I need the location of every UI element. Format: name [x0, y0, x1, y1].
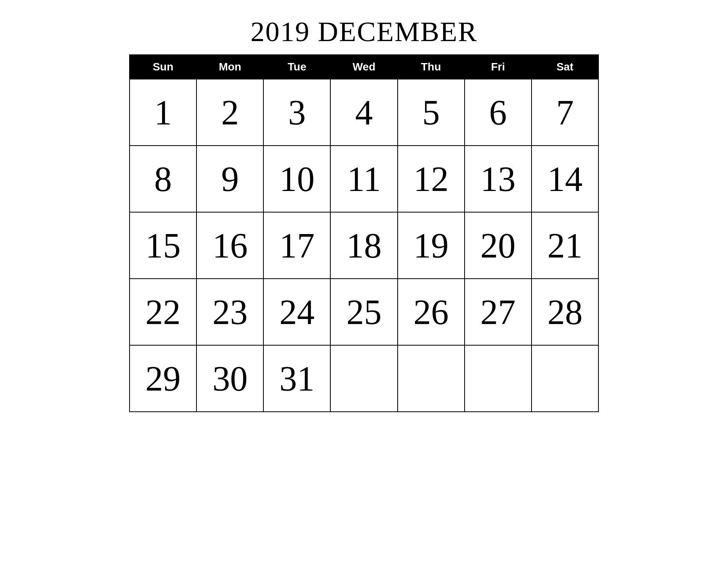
calendar-day-12[interactable]: 12 [398, 146, 465, 212]
calendar-day-empty [465, 345, 532, 412]
calendar-day-23[interactable]: 23 [196, 279, 263, 345]
calendar-day-20[interactable]: 20 [465, 212, 532, 279]
calendar-day-empty [532, 345, 598, 412]
calendar-day-6[interactable]: 6 [465, 79, 532, 146]
calendar-day-7[interactable]: 7 [532, 79, 598, 146]
calendar-day-24[interactable]: 24 [263, 279, 330, 345]
calendar-day-2[interactable]: 2 [196, 79, 263, 146]
header-sun: Sun [130, 55, 196, 79]
calendar-day-31[interactable]: 31 [263, 345, 330, 412]
calendar-container: 2019 DECEMBER SunMonTueWedThuFriSat 1234… [129, 8, 599, 412]
calendar-header-row: SunMonTueWedThuFriSat [130, 55, 598, 79]
calendar-grid: SunMonTueWedThuFriSat 123456789101112131… [129, 54, 599, 412]
calendar-day-10[interactable]: 10 [263, 146, 330, 212]
calendar-day-29[interactable]: 29 [130, 345, 196, 412]
calendar-day-28[interactable]: 28 [532, 279, 598, 345]
calendar-day-11[interactable]: 11 [330, 146, 397, 212]
header-tue: Tue [263, 55, 330, 79]
calendar-day-5[interactable]: 5 [398, 79, 465, 146]
calendar-week-3: 15161718192021 [130, 212, 598, 279]
calendar-day-26[interactable]: 26 [398, 279, 465, 345]
calendar-day-27[interactable]: 27 [465, 279, 532, 345]
header-sat: Sat [532, 55, 598, 79]
calendar-day-15[interactable]: 15 [130, 212, 196, 279]
calendar-day-25[interactable]: 25 [330, 279, 397, 345]
calendar-day-1[interactable]: 1 [130, 79, 196, 146]
calendar-week-2: 891011121314 [130, 146, 598, 212]
calendar-day-13[interactable]: 13 [465, 146, 532, 212]
calendar-week-1: 1234567 [130, 79, 598, 146]
calendar-day-19[interactable]: 19 [398, 212, 465, 279]
calendar-week-4: 22232425262728 [130, 279, 598, 345]
calendar-day-14[interactable]: 14 [532, 146, 598, 212]
calendar-title: 2019 DECEMBER [129, 8, 599, 54]
calendar-day-30[interactable]: 30 [196, 345, 263, 412]
calendar-day-9[interactable]: 9 [196, 146, 263, 212]
header-mon: Mon [196, 55, 263, 79]
calendar-week-5: 293031 [130, 345, 598, 412]
header-wed: Wed [330, 55, 397, 79]
calendar-day-empty [330, 345, 397, 412]
calendar-day-21[interactable]: 21 [532, 212, 598, 279]
header-thu: Thu [398, 55, 465, 79]
calendar-day-22[interactable]: 22 [130, 279, 196, 345]
calendar-day-empty [398, 345, 465, 412]
calendar-day-8[interactable]: 8 [130, 146, 196, 212]
calendar-day-18[interactable]: 18 [330, 212, 397, 279]
calendar-day-4[interactable]: 4 [330, 79, 397, 146]
header-fri: Fri [465, 55, 532, 79]
calendar-day-3[interactable]: 3 [263, 79, 330, 146]
calendar-day-16[interactable]: 16 [196, 212, 263, 279]
calendar-day-17[interactable]: 17 [263, 212, 330, 279]
